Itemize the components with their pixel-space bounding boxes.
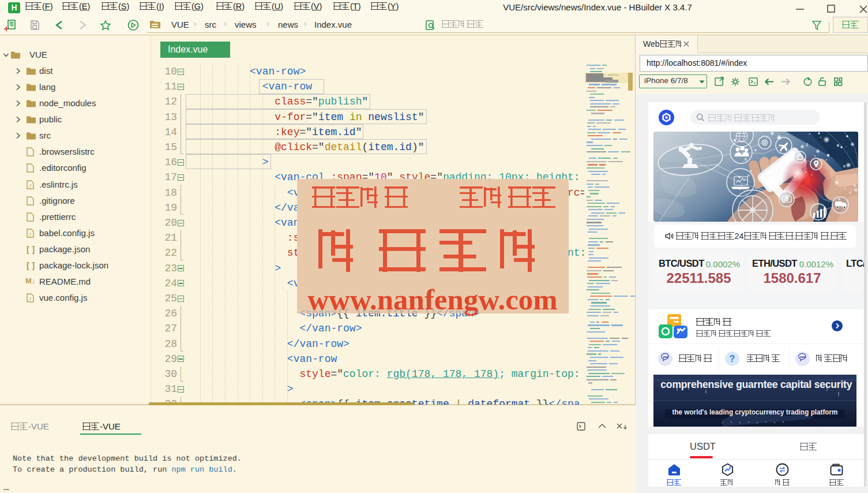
svg-text:J: J xyxy=(29,231,31,237)
svg-text:J: J xyxy=(29,296,31,301)
svg-text:J: J xyxy=(29,183,31,188)
